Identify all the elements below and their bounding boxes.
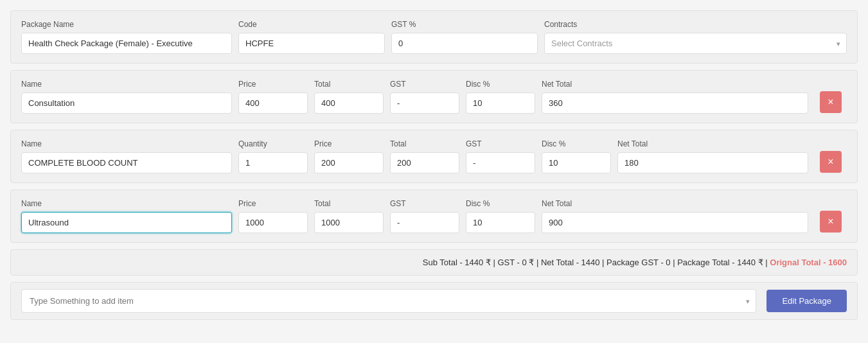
row2-gst-label: GST (466, 139, 535, 148)
code-label: Code (238, 20, 385, 29)
contracts-select-wrapper: Select Contracts ▾ (544, 33, 847, 54)
row2-total-input[interactable] (390, 152, 459, 173)
row1-disc-input[interactable] (466, 92, 535, 114)
row3-gst-label: GST (390, 199, 459, 208)
contracts-select[interactable]: Select Contracts (544, 33, 847, 54)
add-item-dropdown: ▾ (21, 289, 756, 313)
row1-gst-input[interactable] (390, 92, 459, 114)
row1-disc-label: Disc % (466, 80, 535, 89)
row2-qty-label: Quantity (238, 139, 308, 148)
row2-name-input[interactable] (21, 152, 232, 173)
row1-name-label: Name (21, 80, 232, 89)
contracts-label: Contracts (544, 20, 847, 29)
row3-remove-button[interactable]: × (820, 211, 842, 233)
row2-net-total-input[interactable] (617, 152, 808, 173)
add-item-input[interactable] (21, 289, 756, 313)
row1-total-input[interactable] (314, 92, 384, 114)
footer-section: ▾ Edit Package (10, 282, 858, 320)
row3-disc-input[interactable] (466, 212, 535, 233)
row2-disc-label: Disc % (542, 139, 611, 148)
row3-price-label: Price (238, 199, 308, 208)
row2-qty-input[interactable] (238, 152, 308, 173)
row2-price-label: Price (314, 139, 384, 148)
gst-pct-input[interactable] (391, 33, 538, 54)
row3-net-total-input[interactable] (542, 212, 808, 233)
row2-net-total-label: Net Total (617, 139, 808, 148)
row1-net-total-input[interactable] (542, 92, 808, 114)
row2-remove-button[interactable]: × (820, 151, 842, 173)
row3-disc-label: Disc % (466, 199, 535, 208)
row2-name-label: Name (21, 139, 232, 148)
row2-disc-input[interactable] (542, 152, 611, 173)
package-name-label: Package Name (21, 20, 232, 29)
row1-total-label: Total (314, 80, 384, 89)
row2-total-label: Total (390, 139, 459, 148)
summary-text: Sub Total - 1440 ₹ | GST - 0 ₹ | Net Tot… (423, 258, 768, 267)
row3-name-label: Name (21, 199, 232, 208)
row3-name-input[interactable] (21, 212, 232, 233)
gst-pct-label: GST % (391, 20, 538, 29)
row1-remove-button[interactable]: × (820, 91, 842, 113)
package-name-input[interactable] (21, 33, 232, 54)
row1-name-input[interactable] (21, 92, 232, 114)
row2-price-input[interactable] (314, 152, 384, 173)
code-input[interactable] (238, 33, 385, 54)
row1-price-input[interactable] (238, 92, 308, 114)
original-total-text: Orignal Total - 1600 (770, 258, 847, 267)
row3-price-input[interactable] (238, 212, 308, 233)
row1-price-label: Price (238, 80, 308, 89)
row3-total-input[interactable] (314, 212, 384, 233)
row3-gst-input[interactable] (390, 212, 459, 233)
row3-total-label: Total (314, 199, 384, 208)
summary-section: Sub Total - 1440 ₹ | GST - 0 ₹ | Net Tot… (10, 249, 858, 276)
row3-net-total-label: Net Total (542, 199, 808, 208)
row1-gst-label: GST (390, 80, 459, 89)
row1-net-total-label: Net Total (542, 80, 808, 89)
edit-package-button[interactable]: Edit Package (766, 290, 847, 312)
row2-gst-input[interactable] (466, 152, 535, 173)
